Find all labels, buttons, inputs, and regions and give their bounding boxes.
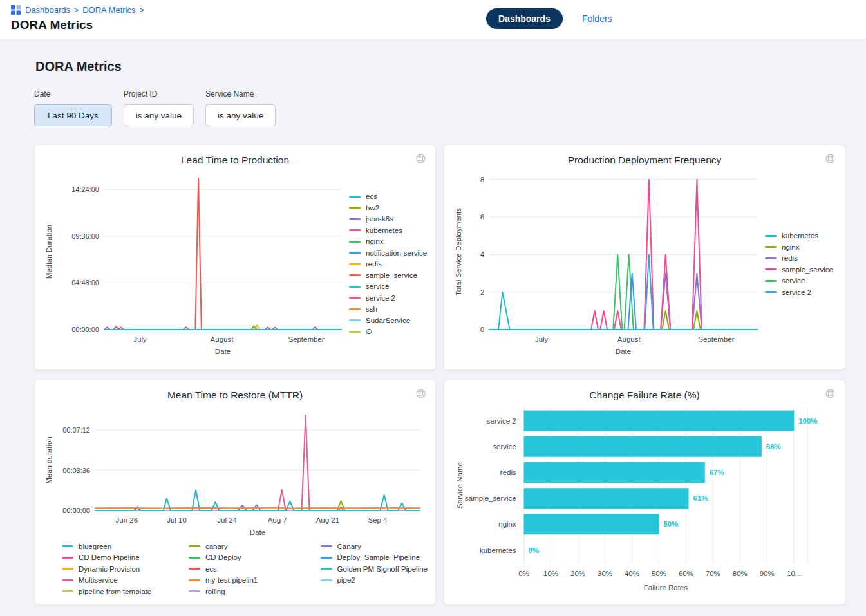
legend-item[interactable]: sample_service: [765, 265, 833, 274]
legend-swatch: [349, 319, 361, 321]
svg-text:50%: 50%: [663, 520, 678, 528]
legend-item[interactable]: bluegreen: [62, 541, 189, 551]
legend-item[interactable]: Deploy_Sample_Pipeline: [321, 553, 428, 563]
bar-service-2[interactable]: [524, 411, 795, 431]
legend-column: CanaryDeploy_Sample_PipelineGolden PM Si…: [321, 541, 428, 596]
legend-swatch: [62, 579, 73, 581]
legend-label: CD Demo Pipeline: [79, 554, 140, 561]
legend-swatch: [765, 280, 777, 282]
legend-item[interactable]: notification-service: [349, 248, 427, 257]
legend-swatch: [349, 241, 361, 243]
legend-item[interactable]: redis: [765, 254, 833, 263]
svg-text:Total Service Deployments: Total Service Deployments: [455, 208, 462, 295]
bar-nginx[interactable]: [524, 514, 659, 534]
legend-item[interactable]: nginx: [765, 242, 833, 252]
legend-item[interactable]: sample_service: [349, 270, 427, 280]
legend-label: service: [782, 277, 805, 285]
legend-label: Deploy_Sample_Pipeline: [337, 554, 420, 561]
legend-item[interactable]: pipeline from template: [62, 586, 189, 596]
svg-text:67%: 67%: [710, 469, 724, 476]
legend-item[interactable]: canary: [189, 541, 321, 551]
legend-label: my-test-pipelin1: [205, 576, 258, 584]
filter-service-name-button[interactable]: is any value: [205, 104, 276, 126]
legend-item[interactable]: service 2: [765, 287, 833, 297]
svg-text:redis: redis: [500, 469, 516, 476]
legend-item[interactable]: SudarService: [349, 315, 427, 325]
legend-item[interactable]: kubernetes: [765, 231, 833, 241]
legend-swatch: [349, 196, 361, 198]
legend-item[interactable]: ecs: [189, 564, 321, 574]
lead-time-plot[interactable]: 00:00:0004:48:0009:36:0014:24:00JulyAugu…: [42, 169, 345, 362]
filter-service-name: Service Nameis any value: [205, 89, 276, 126]
dashboards-grid-icon: [11, 5, 21, 15]
deployment-frequency-plot[interactable]: 02468JulyAugustSeptemberDateTotal Servic…: [452, 169, 761, 362]
legend-item[interactable]: Multiservice: [62, 575, 189, 585]
legend-item[interactable]: ecs: [349, 192, 427, 201]
legend-swatch: [349, 308, 361, 310]
legend-label: json-k8s: [366, 215, 393, 223]
filter-date-button[interactable]: Last 90 Days: [34, 104, 112, 126]
svg-text:00:07:12: 00:07:12: [62, 426, 90, 434]
legend-item[interactable]: service 2: [349, 293, 427, 303]
svg-text:0: 0: [480, 326, 484, 333]
legend-item[interactable]: pipe2: [321, 575, 428, 585]
chart-title: Mean Time to Restore (MTTR): [167, 389, 303, 400]
legend-swatch: [189, 590, 200, 592]
tab-folders[interactable]: Folders: [582, 14, 612, 24]
tab-dashboards[interactable]: Dashboards: [486, 8, 563, 29]
bar-redis[interactable]: [524, 462, 705, 483]
breadcrumb: Dashboards>DORA Metrics>: [11, 5, 856, 15]
breadcrumb-link[interactable]: DORA Metrics: [82, 5, 135, 15]
legend-item[interactable]: my-test-pipelin1: [189, 575, 321, 585]
legend-item[interactable]: json-k8s: [349, 214, 427, 224]
legend-swatch: [765, 291, 777, 293]
chart-legend: ecshw2json-k8skubernetesnginxnotificatio…: [349, 192, 427, 337]
deployment-frequency-chart: 02468JulyAugustSeptemberDateTotal Servic…: [452, 169, 837, 362]
chart-card-change-failure-rate: Change Failure Rate (%) 0%10%20%30%40%50…: [444, 380, 845, 605]
legend-item[interactable]: kubernetes: [349, 225, 427, 235]
legend-item[interactable]: Golden PM Signoff Pipeline: [321, 564, 428, 574]
legend-item[interactable]: redis: [349, 259, 427, 269]
legend-item[interactable]: hw2: [349, 203, 427, 212]
legend-label: bluegreen: [79, 543, 111, 550]
svg-text:August: August: [211, 335, 234, 343]
svg-text:Jun 26: Jun 26: [116, 516, 138, 524]
svg-text:40%: 40%: [625, 570, 639, 577]
legend-swatch: [765, 246, 777, 248]
legend-label: sample_service: [366, 272, 417, 279]
app-header: Dashboards>DORA Metrics> DORA Metrics Da…: [0, 0, 866, 40]
legend-label: ecs: [205, 565, 217, 573]
legend-item[interactable]: service: [349, 282, 427, 292]
legend-label: redis: [366, 260, 382, 268]
svg-text:August: August: [617, 335, 641, 343]
legend-label: rolling: [205, 588, 225, 595]
chart-card-mttr: Mean Time to Restore (MTTR) 00:00:0000:0…: [34, 380, 436, 605]
change-failure-rate-chart: 0%10%20%30%40%50%60%70%80%90%10...100%se…: [452, 404, 837, 597]
svg-text:90%: 90%: [760, 570, 775, 577]
legend-item[interactable]: CD Deploy: [189, 553, 321, 563]
bar-sample_service[interactable]: [524, 488, 689, 509]
filter-project-id-button[interactable]: is any value: [124, 104, 194, 126]
legend-item[interactable]: ssh: [349, 304, 427, 314]
legend-item[interactable]: nginx: [349, 237, 427, 247]
svg-text:60%: 60%: [679, 570, 693, 577]
legend-label: redis: [782, 254, 798, 262]
legend-item[interactable]: Canary: [321, 541, 428, 551]
breadcrumb-link[interactable]: Dashboards: [25, 5, 70, 15]
legend-label: pipeline from template: [79, 588, 151, 595]
change-failure-rate-plot[interactable]: 0%10%20%30%40%50%60%70%80%90%10...100%se…: [452, 404, 837, 597]
legend-swatch: [62, 545, 73, 547]
legend-item[interactable]: Dynamic Provision: [62, 564, 189, 574]
svg-text:2: 2: [480, 288, 484, 296]
bar-service[interactable]: [524, 436, 762, 457]
svg-text:Jul 24: Jul 24: [217, 516, 237, 524]
svg-text:service 2: service 2: [487, 417, 516, 425]
breadcrumb-separator: >: [74, 6, 79, 15]
legend-item[interactable]: ∅: [349, 327, 427, 337]
legend-item[interactable]: service: [765, 276, 833, 286]
legend-item[interactable]: CD Demo Pipeline: [62, 553, 189, 563]
svg-text:nginx: nginx: [498, 520, 516, 528]
svg-text:10...: 10...: [787, 570, 801, 577]
legend-item[interactable]: rolling: [189, 586, 321, 596]
mttr-plot[interactable]: 00:00:0000:03:3600:07:12Jun 26Jul 10Jul …: [42, 404, 429, 540]
